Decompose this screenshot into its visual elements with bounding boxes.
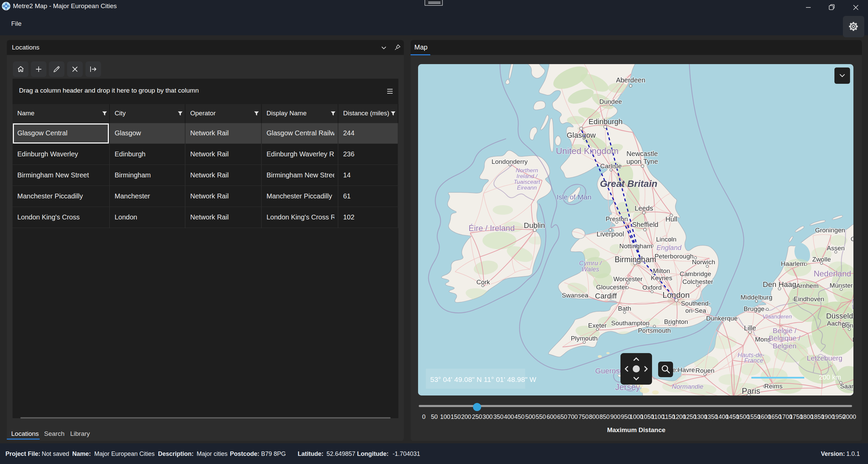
svg-text:Portsmouth: Portsmouth [638,327,671,334]
svg-text:Birmingham: Birmingham [615,255,656,264]
svg-text:Middelburg: Middelburg [741,294,772,301]
svg-text:Westf: Westf [852,304,853,310]
svg-text:Liverpool: Liverpool [596,230,624,238]
svg-text:Eindhoven: Eindhoven [794,295,824,303]
svg-text:Norwich: Norwich [692,258,715,266]
svg-text:Assen: Assen [827,245,845,252]
svg-text:Dunkerque: Dunkerque [706,315,738,322]
svg-text:Bath: Bath [618,305,631,312]
svg-text:Edinburgh: Edinburgh [589,117,623,126]
svg-text:Belgique /: Belgique / [769,334,801,342]
svg-text:Nottingham: Nottingham [619,243,652,250]
svg-text:Newcastle: Newcastle [627,150,658,157]
svg-text:Keynes: Keynes [651,274,672,282]
svg-text:Düsseldorf: Düsseldorf [826,312,853,320]
svg-text:Dundee: Dundee [599,98,622,105]
svg-text:Normandie: Normandie [672,383,704,390]
svg-text:Nederland: Nederland [814,269,851,278]
svg-text:Swansea: Swansea [562,292,589,299]
svg-text:Glasgow: Glasgow [567,131,596,139]
svg-text:Zwolle: Zwolle [812,256,831,263]
svg-text:Éireann: Éireann [517,185,537,191]
svg-text:Den Haag: Den Haag [763,280,796,289]
svg-text:Aberdeen: Aberdeen [616,76,646,84]
svg-text:Londonderry: Londonderry [492,158,528,165]
svg-text:Brugge: Brugge [744,305,764,312]
svg-text:on-Sea: on-Sea [685,307,706,314]
svg-text:Milton: Milton [653,267,670,274]
svg-text:Münster: Münster [830,282,853,289]
svg-text:Great Britain: Great Britain [600,178,657,189]
svg-text:Cardiff: Cardiff [595,292,617,300]
svg-text:Oxford: Oxford [642,284,662,291]
svg-text:London: London [663,290,690,299]
svg-text:Kob: Kob [852,336,853,343]
svg-text:Haarlem: Haarlem [781,260,805,267]
svg-text:United Kingdom: United Kingdom [556,146,619,156]
svg-text:upon Tyne: upon Tyne [626,158,658,165]
svg-text:Paris: Paris [742,386,761,395]
svg-text:Bonn: Bonn [842,322,853,329]
svg-text:Southampton: Southampton [611,320,649,327]
svg-text:England: England [656,244,682,251]
svg-text:Cambridge: Cambridge [680,270,711,277]
svg-text:Letzebuerg: Letzebuerg [807,354,842,362]
svg-text:Wales: Wales [581,266,599,273]
svg-text:Saarbrücke: Saarbrücke [840,383,853,390]
svg-text:Éire / Ireland: Éire / Ireland [469,224,515,233]
svg-text:Groningen: Groningen [815,227,845,234]
svg-text:Peterborough: Peterborough [654,253,693,260]
svg-text:Hull: Hull [666,215,677,223]
svg-text:Colchester: Colchester [683,278,713,285]
svg-text:Isle of Man: Isle of Man [557,193,592,201]
svg-text:Gloucester: Gloucester [596,284,628,291]
svg-text:Exeter: Exeter [588,322,607,329]
svg-text:Carlisle: Carlisle [600,162,622,170]
svg-text:België /: België / [773,327,796,334]
svg-text:Leeds: Leeds [635,205,653,212]
svg-text:Brighton: Brighton [664,318,688,325]
svg-text:Reims: Reims [764,383,783,390]
svg-text:Olden: Olden [851,235,853,243]
svg-text:Plymouth: Plymouth [571,335,597,342]
svg-text:Lincoln: Lincoln [656,236,676,243]
svg-text:Arnhem: Arnhem [796,282,819,289]
svg-text:Vlaanderen: Vlaanderen [763,313,792,320]
svg-text:Rouen: Rouen [695,367,714,374]
svg-text:Mons: Mons [755,336,771,343]
svg-text:France: France [744,357,763,364]
svg-text:Belgien: Belgien [773,342,796,350]
svg-text:Southend-: Southend- [681,300,711,307]
svg-text:Lille: Lille [744,324,756,332]
svg-text:Sheffield: Sheffield [632,221,658,228]
svg-text:Cork: Cork [476,278,490,286]
svg-text:Dublin: Dublin [524,221,545,230]
svg-text:Preston: Preston [606,215,628,223]
svg-text:Worcester: Worcester [613,275,643,283]
